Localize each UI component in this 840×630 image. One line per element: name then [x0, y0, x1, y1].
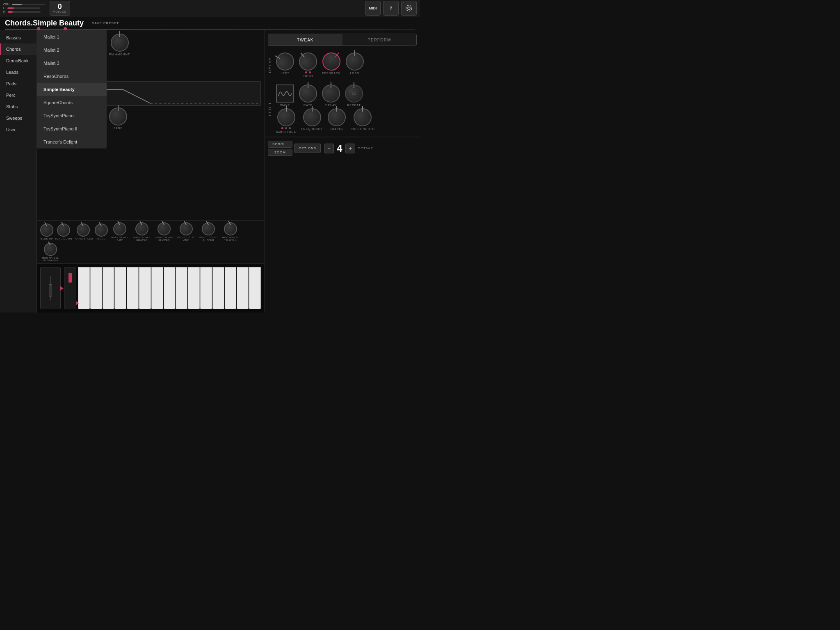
white-key-10[interactable] [188, 267, 200, 309]
rate-scale-amp-knob[interactable] [113, 222, 126, 235]
white-key-3[interactable] [103, 267, 114, 309]
lfo-amplitude-label: AMPLITUDE [276, 130, 296, 133]
lfo-amplitude-knob[interactable] [277, 108, 295, 126]
category-item-trancersdelight[interactable]: Trancer's Delight [37, 135, 107, 148]
fade-knob[interactable] [109, 107, 127, 126]
category-item-toysynthpiano[interactable]: ToySynthPiano [37, 109, 107, 122]
sidebar-item-user[interactable]: User [0, 124, 37, 135]
lfo-shaper-knob[interactable] [328, 108, 346, 126]
delay-loss-knob[interactable] [346, 52, 364, 71]
octave-plus-button[interactable]: + [345, 144, 355, 153]
category-item-mallet2[interactable]: Mallet 2 [37, 43, 107, 57]
lfo-amp-dot1 [281, 127, 283, 129]
white-key-4[interactable] [114, 267, 126, 309]
preset-name: Chords.Simple Beauty [5, 19, 84, 27]
velocity-to-amp-knob[interactable] [180, 222, 193, 235]
mod-wheel-to-lfo1-knob[interactable] [224, 222, 237, 235]
rate-scale-shaper-group: RATE SCALE SHAPER [132, 222, 152, 241]
lfo-section: LFO 1 WAVE RATE [265, 81, 420, 137]
white-key-1[interactable] [78, 267, 90, 309]
lfo-delay-knob[interactable] [322, 84, 340, 103]
delay-right-label: RIGHT [303, 75, 314, 78]
sidebar-item-sweeps[interactable]: Sweeps [0, 112, 37, 124]
level-scale-shaper-knob[interactable] [158, 222, 171, 235]
sidebar-item-demobank[interactable]: DemoBank [0, 55, 37, 66]
category-item-resochords[interactable]: ResoChords [37, 70, 107, 83]
lfo-pulse-width-knob[interactable] [354, 108, 372, 126]
lfo-delay-group: DELAY [322, 84, 340, 107]
white-key-2[interactable] [90, 267, 102, 309]
lfo-frequency-knob[interactable] [303, 108, 321, 126]
sidebar-item-chords[interactable]: Chords [0, 43, 37, 55]
sidebar-item-perc[interactable]: Perc [0, 89, 37, 101]
mod-wheel-to-lfo1-label: MOD WHEEL TO LFO 1 [220, 236, 241, 241]
scroll-zoom-box: SCROLL ZOOM [268, 141, 292, 156]
pitch-bend[interactable] [40, 267, 61, 309]
svg-point-1 [406, 5, 412, 11]
l-label: L [3, 7, 5, 9]
sidebar: Basses Chords DemoBank Leads Pads Perc S… [0, 30, 37, 313]
options-button[interactable]: OPTIONS [294, 144, 321, 153]
mode-knob[interactable] [95, 224, 108, 237]
white-key-12[interactable] [212, 267, 224, 309]
delay-right-knob[interactable] [295, 49, 321, 74]
keyboard-area [37, 263, 264, 313]
preset-bar: Chords.Simple Beauty SAVE PRESET [0, 16, 420, 30]
white-key-5[interactable] [127, 267, 139, 309]
category-item-toysynthpiano2[interactable]: ToySynthPiano II [37, 122, 107, 135]
white-key-8[interactable] [164, 267, 176, 309]
delay-feedback-knob[interactable] [319, 49, 344, 74]
rate-scale-shaper-knob[interactable] [135, 222, 148, 235]
delay-loss-group: LOSS [346, 52, 364, 78]
category-item-mallet1[interactable]: Mallet 1 [37, 30, 107, 43]
delay-right-group: RIGHT [299, 52, 317, 78]
octave-minus-button[interactable]: - [324, 144, 334, 153]
delay-loss-label: LOSS [350, 72, 359, 75]
scroll-button[interactable]: SCROLL [268, 141, 292, 148]
perform-button[interactable]: PERFORM [342, 34, 417, 46]
white-key-6[interactable] [139, 267, 151, 309]
right-bottom: SCROLL ZOOM OPTIONS - 4 + OCTAVE [265, 137, 420, 159]
mode-label: MODE [97, 237, 105, 240]
tweak-button[interactable]: TWEAK [268, 34, 342, 46]
category-item-simplebeauty[interactable]: Simple Beauty [37, 83, 107, 96]
white-key-11[interactable] [200, 267, 212, 309]
rate-scale-shaper-label: RATE SCALE SHAPER [132, 236, 152, 241]
help-button[interactable]: ? [383, 1, 399, 16]
lfo-repeat-knob: ∞ [345, 84, 363, 103]
sidebar-item-basses[interactable]: Basses [0, 32, 37, 43]
preset-nav-dot [37, 27, 40, 30]
settings-button[interactable] [401, 1, 417, 16]
fm-amount-label: FM AMOUNT [109, 53, 130, 56]
lfo-rate-group: RATE [299, 84, 317, 107]
category-item-squarechords[interactable]: SquareChords [37, 96, 107, 109]
sidebar-item-leads[interactable]: Leads [0, 66, 37, 78]
rate-scale-amp-label: RATE SCALE AMP [110, 236, 130, 241]
porta-speed-knob[interactable] [77, 224, 90, 237]
delay-section-row: DELAY LEFT RIGHT [268, 52, 417, 78]
white-key-15[interactable] [249, 267, 261, 309]
fade-knob-group: FADE [109, 107, 127, 130]
sidebar-item-pads[interactable]: Pads [0, 78, 37, 89]
white-key-7[interactable] [151, 267, 163, 309]
svg-point-0 [408, 7, 410, 9]
velocity-to-shaper-knob[interactable] [202, 222, 215, 235]
midi-button[interactable]: MIDI [365, 1, 381, 16]
white-key-14[interactable] [237, 267, 249, 309]
pitch-handle [49, 284, 52, 297]
save-preset-button[interactable]: SAVE PRESET [92, 21, 119, 25]
zoom-button[interactable]: ZOOM [268, 149, 292, 156]
white-key-13[interactable] [225, 267, 237, 309]
lfo-rate-knob[interactable] [299, 84, 317, 103]
mod-wheel[interactable] [64, 267, 76, 309]
white-key-9[interactable] [176, 267, 187, 309]
category-item-mallet3[interactable]: Mallet 3 [37, 57, 107, 70]
lfo-frequency-group: FREQUENCY [301, 108, 323, 133]
sidebar-item-stabs[interactable]: Stabs [0, 101, 37, 112]
bend-down-label: BEND DOWN [55, 237, 72, 240]
fm-amount-knob[interactable] [111, 34, 129, 52]
mod-wheel-to-shaper-knob[interactable] [44, 243, 57, 256]
bend-down-knob[interactable] [57, 224, 70, 237]
bend-up-knob[interactable] [40, 224, 53, 237]
delay-left-knob[interactable] [273, 49, 297, 74]
